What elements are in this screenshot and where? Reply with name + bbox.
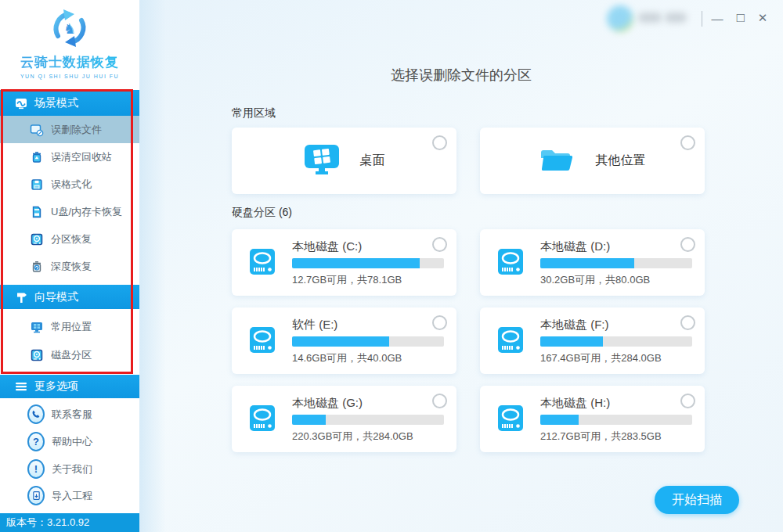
sidebar-item-label: 磁盘分区 [51, 348, 92, 362]
quick-card-desktop[interactable]: 桌面 [232, 128, 456, 194]
scene-mode-icon [14, 96, 28, 110]
radio-disk-g[interactable] [432, 394, 447, 408]
disk-usage-fill [292, 336, 389, 347]
disk-usage-bar [540, 336, 692, 347]
disk-name: 软件 (E:) [292, 318, 337, 332]
common-area-label: 常用区域 [232, 106, 276, 120]
main-panel: 选择误删除文件的分区 常用区域 桌面 其他位置 硬盘分区 (6) [139, 0, 783, 532]
disk-usage-bar [292, 336, 444, 347]
disk-name: 本地磁盘 (C:) [292, 239, 362, 254]
disk-card-c[interactable]: 本地磁盘 (C:) 12.7GB可用，共78.1GB [232, 229, 456, 296]
section-header-scene-mode: 场景模式 [0, 90, 139, 116]
sidebar-item-deleted-files[interactable]: 误删除文件 [0, 116, 139, 143]
disk-name: 本地磁盘 (H:) [540, 396, 610, 411]
disk-usage-bar [540, 415, 692, 425]
close-button[interactable]: ✕ [752, 8, 773, 28]
sidebar-item-label: 误清空回收站 [51, 150, 112, 164]
sidebar-item-partition-recovery[interactable]: 分区恢复 [0, 225, 139, 253]
sidebar-item-about-us[interactable]: ! 关于我们 [0, 455, 139, 483]
deleted-file-icon [30, 123, 44, 137]
partition-disk-icon [30, 232, 44, 246]
folder-icon [539, 146, 576, 177]
exclamation-icon: ! [27, 459, 45, 479]
sidebar-item-label: 误删除文件 [51, 123, 102, 137]
sidebar-item-contact-support[interactable]: 联系客服 [0, 401, 139, 428]
disk-card-f[interactable]: 本地磁盘 (F:) 167.4GB可用，共284.0GB [480, 307, 705, 374]
quick-card-label: 其他位置 [596, 153, 646, 169]
disk-usage-fill [540, 258, 634, 268]
sidebar-item-formatted[interactable]: 误格式化 [0, 171, 139, 198]
disk-icon [30, 348, 44, 362]
sidebar-item-help-center[interactable]: ? 帮助中心 [0, 428, 139, 455]
sidebar-item-common-locations[interactable]: 常用位置 [0, 313, 139, 340]
disk-info: 12.7GB可用，共78.1GB [292, 273, 402, 287]
radio-disk-h[interactable] [680, 394, 695, 408]
maximize-button[interactable]: □ [731, 8, 751, 28]
desktop-icon [304, 144, 340, 178]
blurred-text [638, 13, 662, 23]
sidebar-item-label: 关于我们 [52, 462, 92, 476]
disk-card-d[interactable]: 本地磁盘 (D:) 30.2GB可用，共80.0GB [480, 229, 705, 296]
sidebar-item-usb-memory-card[interactable]: U盘/内存卡恢复 [0, 198, 139, 225]
phone-icon [27, 404, 45, 424]
deep-recovery-icon [30, 260, 44, 274]
signpost-icon [14, 290, 28, 304]
sidebar-item-label: U盘/内存卡恢复 [51, 205, 122, 219]
disk-name: 本地磁盘 (D:) [540, 239, 610, 254]
sidebar-item-label: 导入工程 [52, 489, 92, 503]
hard-disk-icon [249, 247, 276, 280]
sidebar-item-label: 帮助中心 [52, 435, 92, 449]
disk-name: 本地磁盘 (F:) [540, 318, 609, 332]
logo-subtitle: YUN QI SHI SHU JU HUI FU [0, 74, 139, 79]
minimize-button[interactable]: — [707, 8, 727, 28]
sidebar-item-import-project[interactable]: 导入工程 [0, 482, 139, 509]
partitions-label: 硬盘分区 (6) [232, 206, 292, 220]
quick-card-label: 桌面 [360, 153, 385, 169]
radio-disk-c[interactable] [432, 237, 447, 252]
disk-info: 167.4GB可用，共284.0GB [540, 351, 662, 365]
sidebar-item-label: 误格式化 [51, 178, 92, 192]
section-header-label: 向导模式 [34, 290, 78, 304]
sidebar-item-label: 分区恢复 [51, 232, 92, 246]
hard-disk-icon [497, 404, 524, 437]
disk-usage-bar [292, 258, 444, 268]
disk-usage-fill [292, 415, 326, 425]
radio-desktop[interactable] [432, 135, 447, 150]
section-header-label: 更多选项 [34, 379, 78, 394]
radio-other-location[interactable] [680, 135, 695, 150]
start-scan-button[interactable]: 开始扫描 [655, 486, 739, 514]
disk-usage-fill [540, 336, 603, 347]
sidebar-item-deep-recovery[interactable]: 深度恢复 [0, 253, 139, 280]
monitor-icon [30, 320, 44, 334]
quick-card-other-location[interactable]: 其他位置 [480, 128, 705, 194]
circular-arrows-knight-logo-icon: ♞ [0, 8, 139, 52]
page-title: 选择误删除文件的分区 [139, 66, 783, 84]
disk-card-e[interactable]: 软件 (E:) 14.6GB可用，共40.0GB [232, 307, 456, 374]
disk-card-g[interactable]: 本地磁盘 (G:) 220.3GB可用，共284.0GB [232, 386, 456, 452]
section-header-more-options: 更多选项 [0, 375, 139, 398]
hard-disk-icon [249, 404, 276, 437]
blurred-app-badge [607, 5, 633, 32]
sidebar-item-disk-partitions[interactable]: 磁盘分区 [0, 341, 139, 368]
section-header-label: 场景模式 [34, 96, 78, 110]
question-icon: ? [27, 432, 45, 451]
disk-info: 30.2GB可用，共80.0GB [540, 273, 650, 287]
floppy-icon [30, 178, 44, 192]
section-header-wizard-mode: 向导模式 [0, 285, 139, 309]
sidebar-item-label: 联系客服 [52, 408, 92, 422]
recycle-bin-icon [30, 150, 44, 164]
hard-disk-icon [497, 325, 524, 358]
app-logo: ♞ 云骑士数据恢复 YUN QI SHI SHU JU HUI FU [0, 0, 139, 88]
sidebar-item-recycle-bin[interactable]: 误清空回收站 [0, 143, 139, 171]
disk-usage-fill [540, 415, 579, 425]
radio-disk-e[interactable] [432, 315, 447, 330]
hard-disk-icon [497, 247, 524, 280]
version-label: 版本号：3.21.0.92 [0, 513, 139, 532]
disk-info: 14.6GB可用，共40.0GB [292, 351, 402, 365]
radio-disk-d[interactable] [680, 237, 695, 252]
titlebar-divider [702, 11, 702, 27]
import-icon [27, 486, 45, 505]
disk-usage-fill [292, 258, 420, 268]
radio-disk-f[interactable] [680, 315, 695, 330]
disk-card-h[interactable]: 本地磁盘 (H:) 212.7GB可用，共283.5GB [480, 386, 705, 452]
